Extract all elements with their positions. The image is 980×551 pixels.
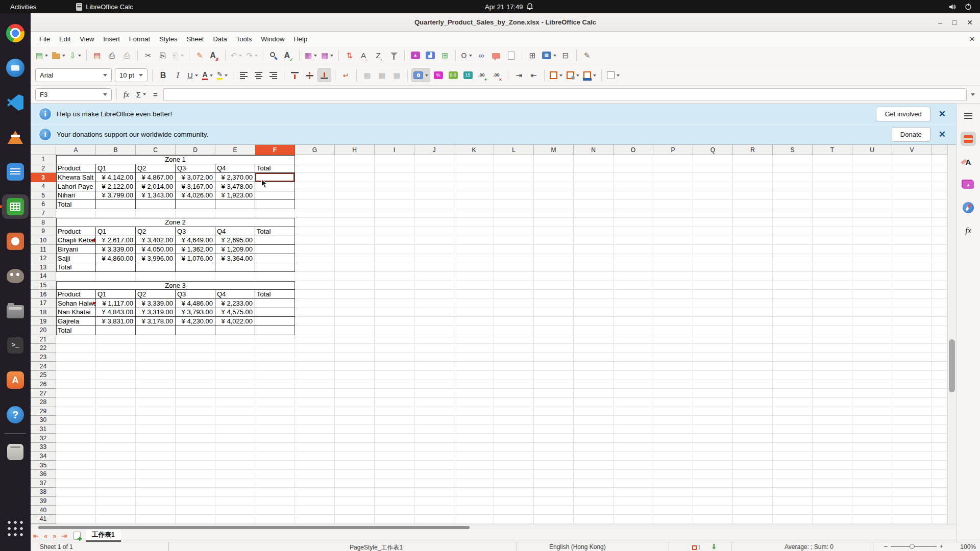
cell-C2[interactable]: Q2 — [136, 164, 176, 173]
cell-C34[interactable] — [136, 452, 176, 461]
cell-partial-34[interactable] — [932, 452, 947, 461]
cell-C19[interactable]: ¥ 3,178.00 — [136, 317, 176, 326]
cell-U41[interactable] — [852, 515, 892, 524]
cell-A36[interactable] — [56, 470, 96, 479]
cell-Q38[interactable] — [693, 488, 733, 497]
center-vertically-button[interactable] — [303, 68, 316, 82]
cell-R33[interactable] — [733, 443, 773, 452]
cell-O11[interactable] — [614, 245, 653, 254]
row-header-6[interactable]: 6 — [31, 200, 56, 209]
cell-R19[interactable] — [733, 317, 773, 326]
cell-R11[interactable] — [733, 245, 773, 254]
function-wizard-icon[interactable]: fx — [124, 90, 129, 99]
cell-T23[interactable] — [813, 353, 852, 362]
cell-I36[interactable] — [375, 470, 414, 479]
cell-C33[interactable] — [136, 443, 176, 452]
bold-button[interactable]: B — [156, 68, 170, 82]
sort-ascending-button[interactable]: A↓ — [357, 48, 371, 62]
cell-A40[interactable] — [56, 506, 96, 515]
cell-V29[interactable] — [892, 407, 932, 416]
cell-K13[interactable] — [454, 263, 494, 272]
cell-A30[interactable] — [56, 416, 96, 425]
cell-S16[interactable] — [773, 290, 813, 299]
cell-E38[interactable] — [215, 488, 255, 497]
cell-O31[interactable] — [614, 425, 653, 434]
cell-U19[interactable] — [852, 317, 892, 326]
column-header-E[interactable]: E — [215, 145, 255, 155]
cell-R36[interactable] — [733, 470, 773, 479]
cell-H13[interactable] — [335, 263, 375, 272]
cell-J31[interactable] — [414, 425, 454, 434]
cell-J15[interactable] — [414, 281, 454, 290]
row-header-16[interactable]: 16 — [31, 290, 56, 299]
cell-N11[interactable] — [574, 245, 614, 254]
cell-L30[interactable] — [494, 416, 534, 425]
cell-U4[interactable] — [852, 182, 892, 191]
dock-item-software[interactable]: A — [2, 368, 29, 392]
cell-H27[interactable] — [335, 389, 375, 398]
sidebar-functions-button[interactable]: fx — [961, 223, 976, 238]
row-header-18[interactable]: 18 — [31, 308, 56, 317]
cell-D32[interactable] — [176, 434, 215, 443]
cell-P11[interactable] — [653, 245, 693, 254]
cell-U12[interactable] — [852, 254, 892, 263]
cell-H11[interactable] — [335, 245, 375, 254]
cell-P38[interactable] — [653, 488, 693, 497]
cell-H5[interactable] — [335, 191, 375, 201]
cell-L8[interactable] — [494, 218, 534, 227]
cell-D30[interactable] — [176, 416, 215, 425]
cell-K14[interactable] — [454, 272, 494, 281]
menu-format[interactable]: Format — [125, 34, 155, 44]
cell-P34[interactable] — [653, 452, 693, 461]
cell-H34[interactable] — [335, 452, 375, 461]
align-right-button[interactable] — [266, 68, 280, 82]
cell-J8[interactable] — [414, 218, 454, 227]
cell-C9[interactable]: Q2 — [136, 227, 176, 236]
cell-C22[interactable] — [136, 344, 176, 353]
cell-I16[interactable] — [375, 290, 414, 299]
cell-H39[interactable] — [335, 497, 375, 506]
cell-R10[interactable] — [733, 236, 773, 245]
cell-G24[interactable] — [295, 362, 335, 371]
cell-A4[interactable]: Lahori Paye — [56, 182, 96, 191]
cell-Q35[interactable] — [693, 461, 733, 470]
column-header-D[interactable]: D — [176, 145, 215, 155]
row-header-22[interactable]: 22 — [31, 344, 56, 353]
cell-E40[interactable] — [215, 506, 255, 515]
cell-M14[interactable] — [534, 272, 574, 281]
cell-J40[interactable] — [414, 506, 454, 515]
cell-J21[interactable] — [414, 335, 454, 344]
row-header-1[interactable]: 1 — [31, 155, 56, 164]
cell-D21[interactable] — [176, 335, 215, 344]
cell-V15[interactable] — [892, 281, 932, 290]
cell-H22[interactable] — [335, 344, 375, 353]
cell-P33[interactable] — [653, 443, 693, 452]
cell-partial-20[interactable] — [932, 326, 947, 335]
cell-V39[interactable] — [892, 497, 932, 506]
cell-E12[interactable]: ¥ 3,364.00 — [215, 254, 255, 263]
cell-V12[interactable] — [892, 254, 932, 263]
cell-D34[interactable] — [176, 452, 215, 461]
cell-A14[interactable] — [56, 272, 96, 281]
cell-partial-4[interactable] — [932, 182, 947, 191]
cell-U11[interactable] — [852, 245, 892, 254]
cell-M40[interactable] — [534, 506, 574, 515]
cell-I39[interactable] — [375, 497, 414, 506]
cell-N28[interactable] — [574, 398, 614, 407]
cell-M24[interactable] — [534, 362, 574, 371]
cell-B37[interactable] — [96, 479, 136, 488]
cell-P1[interactable] — [653, 155, 693, 164]
cell-E34[interactable] — [215, 452, 255, 461]
cell-B26[interactable] — [96, 380, 136, 389]
cell-N15[interactable] — [574, 281, 614, 290]
cell-T24[interactable] — [813, 362, 852, 371]
cell-N13[interactable] — [574, 263, 614, 272]
cell-F26[interactable] — [255, 380, 295, 389]
cell-G18[interactable] — [295, 308, 335, 317]
column-header-K[interactable]: K — [454, 145, 494, 155]
cell-V22[interactable] — [892, 344, 932, 353]
cell-U10[interactable] — [852, 236, 892, 245]
cell-P6[interactable] — [653, 200, 693, 209]
cell-J41[interactable] — [414, 515, 454, 524]
cell-J14[interactable] — [414, 272, 454, 281]
